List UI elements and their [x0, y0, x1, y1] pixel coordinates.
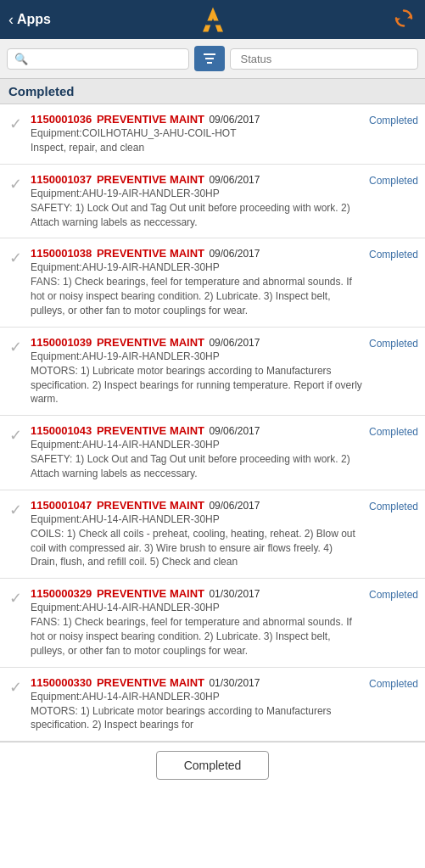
wo-equipment: Equipment:AHU-19-AIR-HANDLER-30HP	[31, 261, 362, 273]
wo-date: 01/30/2017	[206, 677, 260, 689]
wo-equipment: Equipment:AHU-14-AIR-HANDLER-30HP	[31, 602, 362, 613]
filter-icon	[201, 50, 218, 67]
work-order-item[interactable]: ✓ 1150001047 PREVENTIVE MAINT 09/06/2017…	[0, 490, 425, 579]
wo-title-line: 1150000330 PREVENTIVE MAINT 01/30/2017	[31, 676, 362, 689]
logo-icon	[196, 6, 230, 33]
check-icon: ✓	[7, 338, 24, 356]
work-order-item[interactable]: ✓ 1150001036 PREVENTIVE MAINT 09/06/2017…	[0, 104, 425, 165]
wo-description: FANS: 1) Check bearings, feel for temper…	[31, 615, 362, 658]
wo-title-line: 1150001043 PREVENTIVE MAINT 09/06/2017	[31, 424, 362, 437]
wo-title-line: 1150000329 PREVENTIVE MAINT 01/30/2017	[31, 587, 362, 600]
work-order-item[interactable]: ✓ 1150000330 PREVENTIVE MAINT 01/30/2017…	[0, 668, 425, 742]
search-input-wrap[interactable]: 🔍	[7, 48, 189, 70]
wo-status: Completed	[369, 115, 418, 126]
wo-status: Completed	[369, 249, 418, 260]
check-icon: ✓	[7, 426, 24, 445]
svg-rect-4	[204, 53, 215, 55]
filter-button[interactable]	[194, 46, 225, 71]
section-header: Completed	[0, 79, 425, 104]
wo-type: PREVENTIVE MAINT	[93, 424, 204, 437]
wo-description: SAFETY: 1) Lock Out and Tag Out unit bef…	[31, 201, 362, 230]
wo-title-line: 1150001039 PREVENTIVE MAINT 09/06/2017	[31, 336, 362, 349]
check-icon: ✓	[7, 175, 24, 193]
wo-title-line: 1150001038 PREVENTIVE MAINT 09/06/2017	[31, 247, 362, 260]
wo-date: 09/06/2017	[206, 500, 260, 512]
wo-id: 1150001038	[31, 247, 92, 260]
wo-content: 1150001036 PREVENTIVE MAINT 09/06/2017 E…	[31, 113, 362, 155]
wo-type: PREVENTIVE MAINT	[93, 587, 204, 600]
wo-title-line: 1150001036 PREVENTIVE MAINT 09/06/2017	[31, 113, 362, 126]
wo-status: Completed	[369, 426, 418, 438]
check-icon: ✓	[7, 249, 24, 267]
wo-equipment: Equipment:AHU-19-AIR-HANDLER-30HP	[31, 188, 362, 199]
wo-equipment: Equipment:COILHOTAHU_3-AHU-COIL-HOT	[31, 127, 362, 139]
wo-equipment: Equipment:AHU-14-AIR-HANDLER-30HP	[31, 691, 362, 703]
section-title: Completed	[8, 84, 75, 98]
svg-marker-0	[203, 8, 223, 32]
wo-date: 09/06/2017	[206, 248, 260, 260]
wo-description: MOTORS: 1) Lubricate motor bearings acco…	[31, 704, 362, 733]
wo-date: 09/06/2017	[206, 174, 260, 186]
status-input[interactable]	[230, 48, 419, 70]
wo-date: 01/30/2017	[206, 588, 260, 600]
svg-marker-1	[205, 21, 221, 25]
wo-date: 09/06/2017	[206, 425, 260, 437]
work-order-item[interactable]: ✓ 1150001043 PREVENTIVE MAINT 09/06/2017…	[0, 416, 425, 490]
wo-description: FANS: 1) Check bearings, feel for temper…	[31, 275, 362, 317]
work-order-item[interactable]: ✓ 1150001037 PREVENTIVE MAINT 09/06/2017…	[0, 165, 425, 239]
wo-content: 1150001038 PREVENTIVE MAINT 09/06/2017 E…	[31, 247, 362, 317]
wo-type: PREVENTIVE MAINT	[93, 499, 204, 512]
app-logo	[196, 6, 230, 33]
work-order-item[interactable]: ✓ 1150000329 PREVENTIVE MAINT 01/30/2017…	[0, 579, 425, 667]
check-icon: ✓	[7, 115, 24, 133]
wo-date: 09/06/2017	[206, 337, 260, 349]
wo-content: 1150000329 PREVENTIVE MAINT 01/30/2017 E…	[31, 587, 362, 658]
wo-id: 1150001043	[31, 424, 92, 437]
completed-button[interactable]: Completed	[156, 751, 270, 780]
wo-status: Completed	[369, 338, 418, 350]
refresh-button[interactable]	[393, 8, 415, 32]
app-header: ‹ Apps	[0, 0, 425, 39]
bottom-bar: Completed	[0, 742, 425, 788]
check-icon: ✓	[7, 501, 24, 519]
wo-content: 1150001039 PREVENTIVE MAINT 09/06/2017 E…	[31, 336, 362, 406]
wo-id: 1150001047	[31, 499, 92, 512]
wo-id: 1150000329	[31, 587, 92, 600]
wo-id: 1150000330	[31, 676, 92, 689]
wo-type: PREVENTIVE MAINT	[93, 113, 204, 126]
back-label: Apps	[17, 12, 51, 27]
search-input[interactable]	[31, 53, 182, 65]
search-icon: 🔍	[14, 53, 28, 65]
wo-description: MOTORS: 1) Lubricate motor bearings acco…	[31, 364, 362, 406]
work-order-item[interactable]: ✓ 1150001038 PREVENTIVE MAINT 09/06/2017…	[0, 238, 425, 327]
wo-type: PREVENTIVE MAINT	[93, 247, 204, 260]
back-chevron-icon: ‹	[8, 11, 14, 29]
back-button[interactable]: ‹ Apps	[8, 11, 51, 29]
wo-title-line: 1150001047 PREVENTIVE MAINT 09/06/2017	[31, 499, 362, 512]
check-icon: ✓	[7, 678, 24, 697]
check-icon: ✓	[7, 589, 24, 608]
wo-equipment: Equipment:AHU-19-AIR-HANDLER-30HP	[31, 350, 362, 362]
wo-type: PREVENTIVE MAINT	[93, 173, 204, 186]
wo-description: SAFETY: 1) Lock Out and Tag Out unit bef…	[31, 452, 362, 481]
wo-content: 1150001037 PREVENTIVE MAINT 09/06/2017 E…	[31, 173, 362, 230]
wo-equipment: Equipment:AHU-14-AIR-HANDLER-30HP	[31, 513, 362, 525]
work-order-list: ✓ 1150001036 PREVENTIVE MAINT 09/06/2017…	[0, 104, 425, 742]
search-bar: 🔍	[0, 39, 425, 79]
wo-date: 09/06/2017	[206, 114, 260, 126]
wo-id: 1150001039	[31, 336, 92, 349]
svg-rect-6	[207, 62, 212, 64]
wo-content: 1150000330 PREVENTIVE MAINT 01/30/2017 E…	[31, 676, 362, 733]
wo-status: Completed	[369, 589, 418, 601]
wo-title-line: 1150001037 PREVENTIVE MAINT 09/06/2017	[31, 173, 362, 186]
refresh-icon	[393, 8, 415, 30]
wo-id: 1150001036	[31, 113, 92, 126]
wo-content: 1150001047 PREVENTIVE MAINT 09/06/2017 E…	[31, 499, 362, 569]
wo-content: 1150001043 PREVENTIVE MAINT 09/06/2017 E…	[31, 424, 362, 481]
work-order-item[interactable]: ✓ 1150001039 PREVENTIVE MAINT 09/06/2017…	[0, 328, 425, 416]
wo-status: Completed	[369, 501, 418, 512]
wo-status: Completed	[369, 175, 418, 187]
wo-type: PREVENTIVE MAINT	[93, 336, 204, 349]
wo-status: Completed	[369, 678, 418, 690]
wo-description: COILS: 1) Check all coils - preheat, coo…	[31, 527, 362, 569]
